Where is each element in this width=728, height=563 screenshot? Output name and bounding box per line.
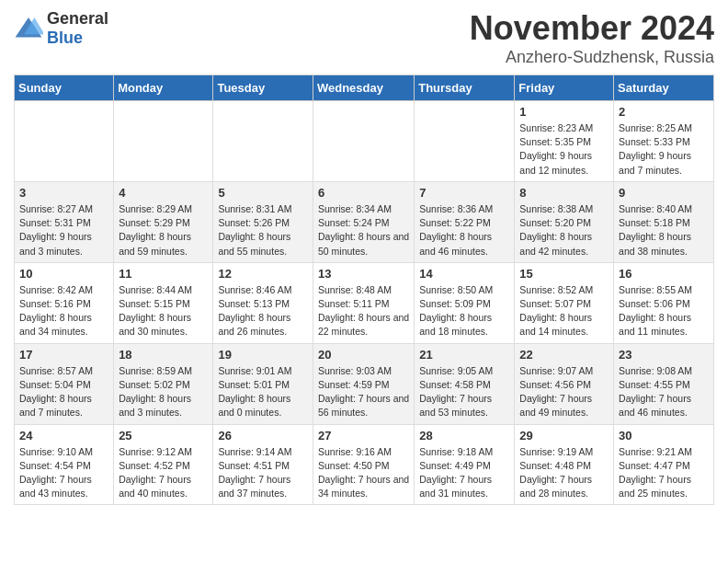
calendar-cell: 16Sunrise: 8:55 AM Sunset: 5:06 PM Dayli… [614,262,714,343]
calendar-cell: 3Sunrise: 8:27 AM Sunset: 5:31 PM Daylig… [15,181,114,262]
day-number: 20 [318,348,409,362]
month-title: November 2024 [470,9,714,48]
day-info: Sunrise: 9:16 AM Sunset: 4:50 PM Dayligh… [318,445,409,501]
calendar-cell: 23Sunrise: 9:08 AM Sunset: 4:55 PM Dayli… [614,343,714,424]
col-friday: Friday [515,75,614,101]
day-number: 27 [318,429,409,442]
day-number: 28 [419,429,509,442]
day-number: 22 [519,348,609,362]
day-number: 8 [519,186,609,200]
day-number: 24 [19,429,108,442]
calendar-week-1: 1Sunrise: 8:23 AM Sunset: 5:35 PM Daylig… [15,101,714,182]
calendar-week-2: 3Sunrise: 8:27 AM Sunset: 5:31 PM Daylig… [15,181,714,262]
calendar-cell: 14Sunrise: 8:50 AM Sunset: 5:09 PM Dayli… [415,262,515,343]
calendar-header: Sunday Monday Tuesday Wednesday Thursday… [15,75,714,101]
day-number: 3 [19,186,108,200]
day-info: Sunrise: 9:19 AM Sunset: 4:48 PM Dayligh… [519,445,609,501]
day-number: 10 [19,267,108,281]
day-info: Sunrise: 9:21 AM Sunset: 4:47 PM Dayligh… [619,445,709,501]
calendar-cell: 12Sunrise: 8:46 AM Sunset: 5:13 PM Dayli… [213,262,313,343]
day-info: Sunrise: 9:05 AM Sunset: 4:58 PM Dayligh… [419,364,509,420]
calendar-week-4: 17Sunrise: 8:57 AM Sunset: 5:04 PM Dayli… [15,343,714,424]
calendar-cell: 21Sunrise: 9:05 AM Sunset: 4:58 PM Dayli… [415,343,515,424]
day-number: 30 [619,429,709,442]
calendar-table: Sunday Monday Tuesday Wednesday Thursday… [14,75,714,505]
day-number: 19 [218,348,308,362]
day-info: Sunrise: 8:44 AM Sunset: 5:15 PM Dayligh… [119,283,208,339]
day-info: Sunrise: 8:38 AM Sunset: 5:20 PM Dayligh… [519,202,609,259]
day-info: Sunrise: 8:31 AM Sunset: 5:26 PM Dayligh… [218,202,308,259]
location-title: Anzhero-Sudzhensk, Russia [470,48,714,67]
day-number: 5 [218,186,308,200]
calendar-cell: 25Sunrise: 9:12 AM Sunset: 4:52 PM Dayli… [114,424,213,505]
day-number: 23 [619,348,709,362]
header-row: Sunday Monday Tuesday Wednesday Thursday… [15,75,714,101]
logo-general-text: General [47,9,108,29]
calendar-cell: 4Sunrise: 8:29 AM Sunset: 5:29 PM Daylig… [114,181,213,262]
day-info: Sunrise: 8:55 AM Sunset: 5:06 PM Dayligh… [619,283,709,339]
day-number: 13 [318,267,409,281]
calendar-cell: 19Sunrise: 9:01 AM Sunset: 5:01 PM Dayli… [213,343,313,424]
calendar-cell: 9Sunrise: 8:40 AM Sunset: 5:18 PM Daylig… [614,181,714,262]
day-number: 14 [419,267,509,281]
day-info: Sunrise: 8:27 AM Sunset: 5:31 PM Dayligh… [19,202,108,259]
day-number: 9 [619,186,709,200]
calendar-cell: 30Sunrise: 9:21 AM Sunset: 4:47 PM Dayli… [614,424,714,505]
day-info: Sunrise: 8:25 AM Sunset: 5:33 PM Dayligh… [619,121,709,178]
day-info: Sunrise: 8:23 AM Sunset: 5:35 PM Dayligh… [519,121,609,178]
day-info: Sunrise: 9:07 AM Sunset: 4:56 PM Dayligh… [519,364,609,420]
day-info: Sunrise: 8:42 AM Sunset: 5:16 PM Dayligh… [19,283,108,339]
col-thursday: Thursday [415,75,515,101]
calendar-cell: 28Sunrise: 9:18 AM Sunset: 4:49 PM Dayli… [415,424,515,505]
day-number: 4 [119,186,208,200]
calendar-cell: 24Sunrise: 9:10 AM Sunset: 4:54 PM Dayli… [15,424,114,505]
day-number: 7 [419,186,509,200]
day-info: Sunrise: 9:08 AM Sunset: 4:55 PM Dayligh… [619,364,709,420]
calendar-cell [15,101,114,182]
calendar-cell: 2Sunrise: 8:25 AM Sunset: 5:33 PM Daylig… [614,101,714,182]
col-wednesday: Wednesday [313,75,414,101]
day-info: Sunrise: 8:36 AM Sunset: 5:22 PM Dayligh… [419,202,509,259]
calendar-cell: 8Sunrise: 8:38 AM Sunset: 5:20 PM Daylig… [515,181,614,262]
logo-icon [14,14,43,43]
col-tuesday: Tuesday [213,75,313,101]
calendar-cell: 5Sunrise: 8:31 AM Sunset: 5:26 PM Daylig… [213,181,313,262]
day-number: 2 [619,105,709,119]
day-info: Sunrise: 8:52 AM Sunset: 5:07 PM Dayligh… [519,283,609,339]
calendar-cell: 7Sunrise: 8:36 AM Sunset: 5:22 PM Daylig… [415,181,515,262]
col-sunday: Sunday [15,75,114,101]
calendar-cell [114,101,213,182]
col-monday: Monday [114,75,213,101]
day-info: Sunrise: 9:18 AM Sunset: 4:49 PM Dayligh… [419,445,509,501]
calendar-week-3: 10Sunrise: 8:42 AM Sunset: 5:16 PM Dayli… [15,262,714,343]
calendar-week-5: 24Sunrise: 9:10 AM Sunset: 4:54 PM Dayli… [15,424,714,505]
day-number: 17 [19,348,108,362]
day-info: Sunrise: 9:10 AM Sunset: 4:54 PM Dayligh… [19,445,108,501]
calendar-cell: 1Sunrise: 8:23 AM Sunset: 5:35 PM Daylig… [515,101,614,182]
day-number: 16 [619,267,709,281]
calendar-cell: 26Sunrise: 9:14 AM Sunset: 4:51 PM Dayli… [213,424,313,505]
day-number: 11 [119,267,208,281]
col-saturday: Saturday [614,75,714,101]
day-info: Sunrise: 8:59 AM Sunset: 5:02 PM Dayligh… [119,364,208,420]
day-info: Sunrise: 8:34 AM Sunset: 5:24 PM Dayligh… [318,202,409,259]
day-info: Sunrise: 8:29 AM Sunset: 5:29 PM Dayligh… [119,202,208,259]
title-area: November 2024 Anzhero-Sudzhensk, Russia [470,9,714,67]
day-info: Sunrise: 8:57 AM Sunset: 5:04 PM Dayligh… [19,364,108,420]
calendar-body: 1Sunrise: 8:23 AM Sunset: 5:35 PM Daylig… [15,101,714,505]
calendar-cell [313,101,414,182]
header: General Blue November 2024 Anzhero-Sudzh… [14,9,714,67]
day-info: Sunrise: 8:46 AM Sunset: 5:13 PM Dayligh… [218,283,308,339]
calendar-cell: 10Sunrise: 8:42 AM Sunset: 5:16 PM Dayli… [15,262,114,343]
day-number: 6 [318,186,409,200]
calendar-cell: 22Sunrise: 9:07 AM Sunset: 4:56 PM Dayli… [515,343,614,424]
day-info: Sunrise: 8:50 AM Sunset: 5:09 PM Dayligh… [419,283,509,339]
logo: General Blue [14,9,108,48]
day-info: Sunrise: 8:40 AM Sunset: 5:18 PM Dayligh… [619,202,709,259]
calendar-cell: 18Sunrise: 8:59 AM Sunset: 5:02 PM Dayli… [114,343,213,424]
page-container: General Blue November 2024 Anzhero-Sudzh… [0,0,728,514]
calendar-cell: 15Sunrise: 8:52 AM Sunset: 5:07 PM Dayli… [515,262,614,343]
day-info: Sunrise: 9:01 AM Sunset: 5:01 PM Dayligh… [218,364,308,420]
logo-text: General Blue [47,9,108,48]
day-number: 15 [519,267,609,281]
